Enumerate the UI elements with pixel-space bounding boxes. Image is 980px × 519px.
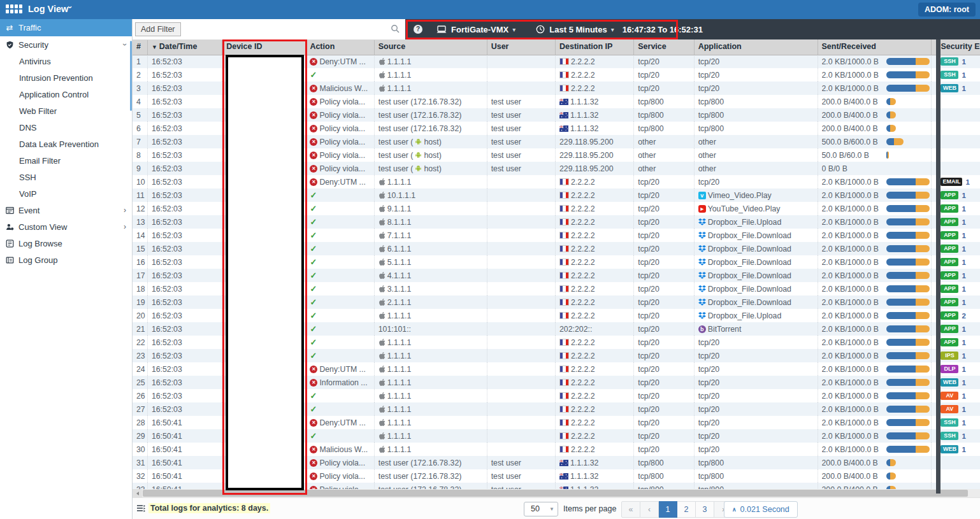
vertical-scrollbar[interactable]	[936, 39, 940, 494]
prev-page-button[interactable]: ‹	[640, 501, 659, 518]
security-event-count: 1	[962, 192, 965, 199]
cell-device-id	[222, 242, 306, 255]
sidebar-item-data-leak-prevention[interactable]: Data Leak Prevention	[0, 136, 132, 152]
search-time-button[interactable]: ∧ 0.021 Second	[724, 501, 798, 518]
adom-badge[interactable]: ADOM: root	[918, 3, 976, 17]
table-row[interactable]: 416:52:03✕Policy viola...test user (172.…	[133, 95, 980, 108]
table-row[interactable]: 1116:52:03✓10.1.1.12.2.2.2tcp/20vVimeo_V…	[133, 188, 980, 202]
page-title[interactable]: Log View	[28, 4, 68, 14]
table-row[interactable]: 2016:52:03✓1.1.1.12.2.2.2tcp/20Dropbox_F…	[133, 309, 980, 322]
page-button-1[interactable]: 1	[659, 501, 677, 518]
table-row[interactable]: 816:52:03✕Policy viola...test user (host…	[133, 148, 980, 162]
sidebar-item-antivirus[interactable]: Antivirus	[0, 53, 132, 69]
items-per-page-label: Items per page	[563, 504, 616, 513]
column-header-sent-received[interactable]: Sent/Received	[818, 39, 932, 55]
column-header-action[interactable]: Action	[306, 39, 374, 55]
android-icon	[415, 165, 422, 172]
table-row[interactable]: 2516:52:03✕Information ...1.1.1.12.2.2.2…	[133, 376, 980, 389]
table-row[interactable]: 2216:52:03✓1.1.1.12.2.2.2tcp/20tcp/202.0…	[133, 336, 980, 349]
column-header-application[interactable]: Application	[695, 39, 818, 55]
horizontal-scrollbar[interactable]	[133, 489, 980, 497]
table-row[interactable]: 2916:50:41✓1.1.1.12.2.2.2tcp/20tcp/202.0…	[133, 429, 980, 443]
table-row[interactable]: 1216:52:03✓9.1.1.12.2.2.2tcp/20▶YouTube_…	[133, 202, 980, 215]
sidebar-item-label: Web Filter	[19, 106, 57, 116]
security-event-badge: SSH	[940, 418, 958, 427]
table-row[interactable]: 1616:52:03✓5.1.1.12.2.2.2tcp/20Dropbox_F…	[133, 255, 980, 269]
table-row[interactable]: 1816:52:03✓3.1.1.12.2.2.2tcp/20Dropbox_F…	[133, 282, 980, 295]
column-header-date-time[interactable]: ▼Date/Time	[148, 39, 222, 55]
cell-user	[487, 295, 556, 309]
cell-datetime: 16:52:03	[148, 162, 222, 175]
first-page-button[interactable]: «	[621, 501, 640, 518]
table-row[interactable]: 3316:50:41✕Policy viola...test user (172…	[133, 483, 980, 489]
search-icon[interactable]	[391, 24, 400, 36]
cell-sent-received: 2.0 KB/1000.0 B	[818, 295, 932, 309]
sidebar-item-traffic[interactable]: ⇄Traffic	[0, 19, 132, 36]
column-header-destination-ip[interactable]: Destination IP	[556, 39, 634, 55]
allow-icon: ✓	[310, 431, 317, 441]
sidebar-item-voip[interactable]: VoIP	[0, 185, 132, 202]
column-header-service[interactable]: Service	[634, 39, 694, 55]
table-row[interactable]: 1516:52:03✓6.1.1.12.2.2.2tcp/20Dropbox_F…	[133, 242, 980, 255]
apple-icon	[378, 445, 386, 453]
table-row[interactable]: 3216:50:41✕Policy viola...test user (172…	[133, 469, 980, 483]
table-row[interactable]: 2816:50:41✕Deny:UTM ...1.1.1.12.2.2.2tcp…	[133, 416, 980, 429]
table-row[interactable]: 3116:50:41✕Policy viola...test user (172…	[133, 456, 980, 469]
sidebar-item-label: Event	[18, 206, 40, 215]
sidebar-item-log-group[interactable]: Log Group	[0, 252, 132, 268]
table-row[interactable]: 516:52:03✕Policy viola...test user (172.…	[133, 108, 980, 122]
table-row[interactable]: 916:52:03✕Policy viola...test user (host…	[133, 162, 980, 175]
apps-grid-icon[interactable]	[6, 4, 22, 15]
cell-service: tcp/800	[634, 108, 694, 122]
cell-source: 4.1.1.1	[375, 269, 487, 282]
sidebar-item-email-filter[interactable]: Email Filter	[0, 152, 132, 169]
sidebar-item-log-browse[interactable]: Log Browse	[0, 235, 132, 252]
table-row[interactable]: 1016:52:03✕Deny:UTM ...1.1.1.12.2.2.2tcp…	[133, 175, 980, 188]
filter-bar[interactable]: Add Filter	[133, 19, 405, 40]
sidebar-item-custom-view[interactable]: Custom View›	[0, 218, 132, 235]
table-row[interactable]: 2716:52:03✓1.1.1.12.2.2.2tcp/20tcp/202.0…	[133, 402, 980, 416]
table-row[interactable]: 1716:52:03✓4.1.1.12.2.2.2tcp/20Dropbox_F…	[133, 269, 980, 282]
table-row[interactable]: 116:52:03✕Deny:UTM ...1.1.1.12.2.2.2tcp/…	[133, 55, 980, 68]
sidebar-item-web-filter[interactable]: Web Filter	[0, 103, 132, 119]
column-header-source[interactable]: Source	[375, 39, 487, 55]
table-row[interactable]: 2416:52:03✕Deny:UTM ...1.1.1.12.2.2.2tcp…	[133, 362, 980, 376]
table-row[interactable]: 216:52:03✓1.1.1.12.2.2.2tcp/20tcp/202.0 …	[133, 68, 980, 82]
table-row[interactable]: 2116:52:03✓101:101::202:202::tcp/20bBitT…	[133, 322, 980, 336]
column-header-user[interactable]: User	[487, 39, 556, 55]
help-icon[interactable]: ?	[414, 25, 422, 34]
scrollbar-thumb[interactable]	[143, 490, 968, 497]
table-row[interactable]: 716:52:03✕Policy viola...test user (host…	[133, 135, 980, 148]
cell-destination-ip: 2.2.2.2	[556, 269, 634, 282]
items-per-page-select[interactable]: 50 ▼	[524, 502, 558, 516]
sidebar-item-application-control[interactable]: Application Control	[0, 86, 132, 103]
security-event-badge: APP	[940, 191, 958, 199]
sidebar-item-ssh[interactable]: SSH	[0, 169, 132, 185]
cell-user	[487, 309, 556, 322]
table-row[interactable]: 616:52:03✕Policy viola...test user (172.…	[133, 122, 980, 135]
column-header-device-id[interactable]: Device ID	[222, 39, 306, 55]
cell-row-number: 10	[133, 175, 148, 188]
cell-row-number: 3	[133, 82, 148, 95]
device-selector[interactable]: FortiGate-VMX	[451, 25, 508, 34]
sidebar-item-security[interactable]: Security›	[0, 36, 132, 53]
sidebar-item-intrusion-prevention[interactable]: Intrusion Prevention	[0, 69, 132, 86]
sidebar-item-dns[interactable]: DNS	[0, 119, 132, 136]
scroll-left-arrow[interactable]	[133, 489, 142, 497]
add-filter-button[interactable]: Add Filter	[135, 22, 181, 36]
table-row[interactable]: 2316:52:03✓1.1.1.12.2.2.2tcp/20tcp/202.0…	[133, 349, 980, 362]
column-header-security-ev[interactable]: Security Ev	[937, 39, 980, 55]
page-button-3[interactable]: 3	[696, 501, 714, 518]
table-row[interactable]: 3016:50:41✕Malicious W...1.1.1.12.2.2.2t…	[133, 443, 980, 456]
column-header--[interactable]: #	[133, 39, 148, 55]
flag-france-icon	[559, 299, 569, 306]
table-row[interactable]: 316:52:03✕Malicious W...1.1.1.12.2.2.2tc…	[133, 82, 980, 95]
table-row[interactable]: 2616:52:03✓1.1.1.12.2.2.2tcp/20tcp/202.0…	[133, 389, 980, 402]
time-preset-selector[interactable]: Last 5 Minutes	[549, 25, 607, 34]
table-row[interactable]: 1416:52:03✓7.1.1.12.2.2.2tcp/20Dropbox_F…	[133, 229, 980, 242]
table-row[interactable]: 1316:52:03✓8.1.1.12.2.2.2tcp/20Dropbox_F…	[133, 215, 980, 229]
table-row[interactable]: 1916:52:03✓2.1.1.12.2.2.2tcp/20Dropbox_F…	[133, 295, 980, 309]
sidebar-item-event[interactable]: Event›	[0, 202, 132, 218]
page-button-2[interactable]: 2	[677, 501, 696, 518]
cell-datetime: 16:52:03	[148, 282, 222, 295]
